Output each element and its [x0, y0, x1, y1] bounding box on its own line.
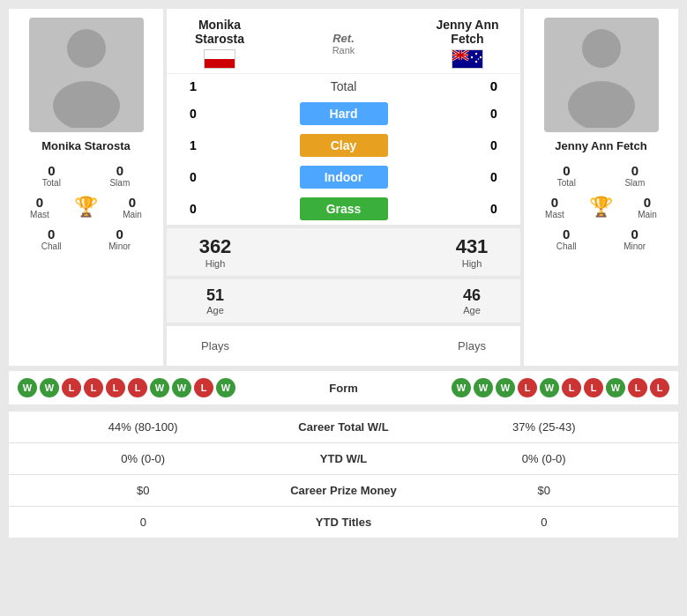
stats-left-0: 44% (80-100)	[22, 420, 265, 434]
stats-right-1: 0% (0-0)	[423, 452, 666, 465]
clay-badge: Clay	[300, 134, 388, 157]
form-badge-right: L	[584, 378, 603, 397]
left-plays-label: Plays	[201, 339, 229, 353]
left-name-flag: Monika Starosta	[180, 18, 259, 69]
right-chall-stat: 0 Chall	[556, 226, 577, 251]
svg-point-1	[53, 81, 120, 128]
left-rank-sub: Rank	[332, 45, 355, 56]
left-ret-label: Ret.	[332, 32, 355, 45]
left-indoor-score: 0	[180, 170, 206, 184]
left-clay-score: 1	[180, 138, 206, 152]
form-badge-right: L	[650, 378, 669, 397]
right-player-name: Jenny Ann Fetch	[555, 139, 646, 152]
right-chall-minor: 0 Chall 0 Minor	[524, 223, 678, 260]
right-player-card: Jenny Ann Fetch 0 Total 0 Slam 0 Mast	[524, 9, 678, 366]
total-row: 1 Total 0	[167, 73, 520, 98]
left-plays: Plays	[180, 339, 250, 353]
left-center-name: Monika Starosta	[180, 18, 259, 46]
left-main-stat: 0 Main	[123, 195, 142, 219]
form-label: Form	[309, 382, 379, 395]
left-age: 51 Age	[180, 286, 250, 315]
stats-left-3: 0	[22, 516, 265, 529]
form-badge-right: W	[452, 378, 471, 397]
left-high-label: High	[205, 258, 226, 269]
form-section: WWLLLLWWLW Form WWWLWLLWLL	[9, 371, 678, 404]
left-form-badges: WWLLLLWWLW	[18, 378, 309, 397]
svg-point-17	[582, 29, 621, 68]
right-grass-score: 0	[481, 202, 507, 216]
left-high-value: 362	[199, 235, 232, 258]
left-high-rank: 362 High	[180, 235, 250, 269]
left-hard-score: 0	[180, 107, 206, 121]
right-clay-score: 0	[481, 138, 507, 152]
form-badge-left: W	[18, 378, 37, 397]
left-slam-stat: 0 Slam	[109, 163, 130, 188]
left-flag	[204, 49, 235, 69]
right-hard-score: 0	[481, 107, 507, 121]
form-badge-right: L	[562, 378, 581, 397]
right-age: 46 Age	[437, 286, 507, 315]
stats-center-2: Career Prize Money	[265, 484, 423, 497]
form-badge-right: L	[518, 378, 537, 397]
right-slam-stat: 0 Slam	[624, 163, 645, 188]
left-grass-score: 0	[180, 202, 206, 216]
form-badge-left: W	[172, 378, 191, 397]
left-total-score: 1	[180, 78, 206, 93]
form-badge-right: W	[474, 378, 493, 397]
indoor-row: 0 Indoor 0	[167, 161, 520, 193]
right-high-value: 431	[456, 235, 489, 258]
form-badge-left: L	[128, 378, 147, 397]
form-badge-right: W	[606, 378, 625, 397]
form-badge-left: W	[40, 378, 59, 397]
form-badge-right: W	[540, 378, 559, 397]
stats-row: 0% (0-0) YTD W/L 0% (0-0)	[9, 443, 678, 475]
hard-row: 0 Hard 0	[167, 98, 520, 130]
right-plays: Plays	[437, 339, 507, 353]
stats-right-0: 37% (25-43)	[423, 420, 666, 434]
right-age-label: Age	[463, 305, 481, 315]
svg-point-13	[480, 56, 482, 58]
form-badge-right: W	[496, 378, 515, 397]
right-plays-label: Plays	[458, 339, 486, 353]
form-badge-left: L	[106, 378, 125, 397]
right-main-stat: 0 Main	[638, 195, 657, 219]
total-label: Total	[331, 79, 357, 93]
stats-center-0: Career Total W/L	[265, 420, 423, 434]
left-chall-stat: 0 Chall	[41, 226, 62, 251]
right-high-rank: 431 High	[437, 235, 507, 269]
right-center-name: Jenny Ann Fetch	[428, 18, 507, 46]
left-player-card: Monika Starosta 0 Total 0 Slam 0 Mast	[9, 9, 163, 366]
stats-right-3: 0	[423, 516, 666, 529]
svg-point-16	[478, 58, 480, 60]
left-ret-rank: Ret. Rank	[332, 32, 355, 56]
plays-row: Plays Plays	[167, 326, 520, 366]
stats-table: 44% (80-100) Career Total W/L 37% (25-43…	[9, 412, 678, 538]
left-mast-stat: 0 Mast	[30, 195, 49, 219]
svg-point-18	[568, 81, 635, 128]
right-minor-stat: 0 Minor	[624, 226, 646, 251]
stats-left-1: 0% (0-0)	[22, 452, 265, 465]
left-age-label: Age	[206, 305, 224, 315]
stats-center-3: YTD Titles	[265, 516, 423, 529]
stats-row: 44% (80-100) Career Total W/L 37% (25-43…	[9, 412, 678, 443]
left-trophy-icon: 🏆	[74, 196, 98, 219]
comparison-section: Monika Starosta 0 Total 0 Slam 0 Mast	[9, 9, 678, 366]
form-badge-left: W	[216, 378, 235, 397]
left-player-name: Monika Starosta	[41, 139, 130, 152]
right-high-label: High	[462, 258, 482, 269]
grass-badge: Grass	[300, 197, 388, 220]
left-minor-stat: 0 Minor	[108, 226, 131, 251]
right-name-flag: Jenny Ann Fetch	[428, 18, 507, 69]
right-indoor-score: 0	[481, 170, 507, 184]
form-badge-right: L	[628, 378, 647, 397]
right-total-score: 0	[481, 78, 507, 93]
right-mast-stat: 0 Mast	[545, 195, 564, 219]
left-player-avatar	[29, 18, 144, 132]
right-total-stat: 0 Total	[557, 163, 576, 188]
stats-right-2: $0	[423, 484, 666, 497]
right-trophy-icon: 🏆	[589, 196, 613, 219]
left-age-value: 51	[206, 286, 224, 305]
svg-point-0	[67, 29, 106, 68]
stats-row: 0 YTD Titles 0	[9, 507, 678, 538]
form-badge-left: W	[150, 378, 169, 397]
